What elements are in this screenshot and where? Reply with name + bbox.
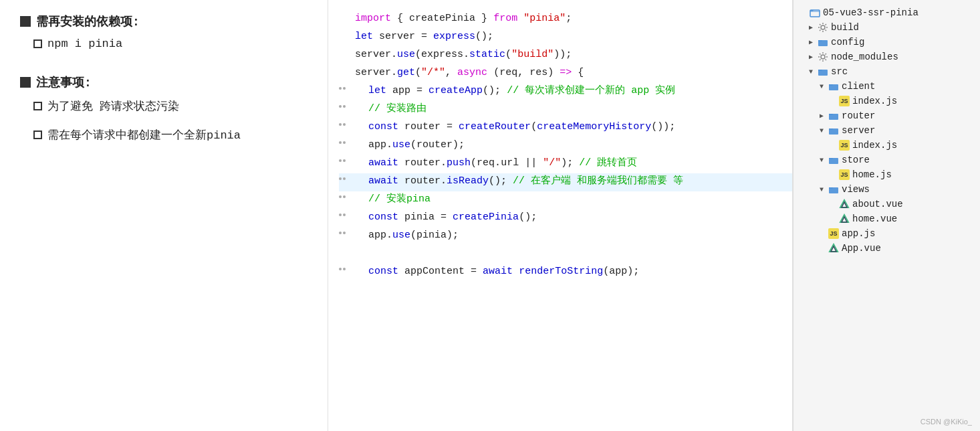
tree-label-about-vue: about.vue: [852, 199, 903, 209]
checkbox-icon-3: [33, 131, 42, 139]
vue-icon-home: [839, 213, 850, 224]
folder-icon-client: [828, 81, 839, 92]
dependency-item-1: npm i pinia: [33, 37, 314, 50]
left-panel: 需再安装的依赖项: npm i pinia 注意事项: 为了避免 跨请求状态污染…: [0, 0, 328, 431]
chevron-icon: [799, 9, 807, 17]
folder-icon-src: [818, 66, 828, 77]
tree-item-node-modules[interactable]: ▶ node_modules: [793, 50, 980, 64]
tree-label-store-home: home.js: [852, 169, 892, 180]
tree-item-client[interactable]: ▼ client: [793, 79, 980, 94]
tree-item-app-js[interactable]: ▶ JS app.js: [793, 226, 980, 241]
tree-label-home-vue: home.vue: [852, 213, 897, 224]
code-block: import { createPinia } from "pinia"; let…: [328, 11, 792, 282]
chevron-right-icon-2: ▶: [807, 38, 815, 46]
svg-point-3: [821, 55, 825, 59]
code-line-15: const appContent = await renderToString(…: [339, 264, 792, 282]
tree-label-client-index: index.js: [852, 96, 897, 106]
code-line-7: const router = createRouter(createMemory…: [339, 119, 792, 137]
tree-item-store[interactable]: ▼ store: [793, 153, 980, 167]
tree-label-server: server: [842, 125, 875, 136]
tree-label-views: views: [842, 184, 870, 195]
tree-item-store-home[interactable]: ▶ JS home.js: [793, 167, 980, 182]
folder-icon-router: [828, 110, 839, 121]
folder-icon-server: [828, 125, 839, 136]
folder-icon: [810, 7, 820, 18]
chevron-down-icon-store: ▼: [818, 156, 826, 164]
chevron-down-icon-server: ▼: [818, 126, 826, 135]
code-line-empty: [339, 246, 792, 264]
section1-title: 需再安装的依赖项:: [20, 13, 314, 29]
tree-item-src[interactable]: ▼ src: [793, 64, 980, 79]
note-item-1: 为了避免 跨请求状态污染: [33, 98, 314, 114]
chevron-right-icon: ▶: [807, 23, 815, 31]
note-item-2: 需在每个请求中都创建一个全新pinia: [33, 127, 314, 143]
code-line-8: app.use(router);: [339, 137, 792, 155]
code-line-10: await router.isReady(); // 在客户端 和服务端我们都需…: [339, 173, 792, 191]
tree-label-app-vue: App.vue: [842, 243, 881, 254]
checkbox-icon: [33, 39, 42, 48]
folder-icon-config: [818, 37, 828, 48]
tree-item-about-vue[interactable]: ▶ about.vue: [793, 197, 980, 211]
section2-title: 注意事项:: [20, 74, 314, 90]
code-line-4: server.get("/*", async (req, res) => {: [339, 65, 792, 83]
code-line-1: import { createPinia } from "pinia";: [339, 11, 792, 29]
tree-item-build[interactable]: ▶ build: [793, 20, 980, 35]
svg-point-1: [821, 25, 825, 29]
js-icon-app: JS: [828, 228, 839, 239]
tree-label-router: router: [842, 110, 875, 121]
tree-item-app-vue[interactable]: ▶ App.vue: [793, 241, 980, 256]
tree-label-config: config: [831, 37, 864, 48]
tree-label-store: store: [842, 155, 870, 165]
tree-label-server-index: index.js: [852, 140, 897, 151]
bullet-icon: [20, 16, 31, 27]
chevron-right-icon-router: ▶: [818, 112, 826, 120]
watermark: CSDN @KiKio_: [921, 418, 972, 426]
tree-item-server-index[interactable]: ▶ JS index.js: [793, 138, 980, 153]
js-icon-3: JS: [839, 169, 850, 180]
gear-icon-build: [818, 22, 828, 33]
tree-item-client-index[interactable]: ▶ JS index.js: [793, 94, 980, 108]
code-line-9: await router.push(req.url || "/"); // 跳转…: [339, 155, 792, 173]
chevron-down-icon-client: ▼: [818, 82, 826, 90]
tree-label-src: src: [831, 66, 848, 77]
code-line-3: server.use(express.static("build"));: [339, 47, 792, 65]
js-icon-1: JS: [839, 96, 850, 106]
chevron-down-icon-views: ▼: [818, 185, 826, 193]
tree-item-root[interactable]: 05-vue3-ssr-pinia: [793, 5, 980, 20]
code-panel: import { createPinia } from "pinia"; let…: [328, 0, 793, 431]
code-line-11: // 安装pina: [339, 191, 792, 209]
tree-item-home-vue[interactable]: ▶ home.vue: [793, 211, 980, 226]
js-icon-2: JS: [839, 140, 850, 151]
tree-label-node-modules: node_modules: [831, 52, 898, 62]
vue-icon-app: [828, 243, 839, 254]
checkbox-icon-2: [33, 102, 42, 110]
bullet-icon-2: [20, 77, 31, 88]
tree-label-app-js: app.js: [842, 228, 875, 239]
code-line-12: const pinia = createPinia();: [339, 209, 792, 228]
code-line-13: app.use(pinia);: [339, 228, 792, 246]
code-line-6: // 安装路由: [339, 101, 792, 119]
tree-item-server[interactable]: ▼ server: [793, 123, 980, 138]
tree-label-build: build: [831, 22, 859, 33]
chevron-down-icon-src: ▼: [807, 68, 815, 76]
code-line-5: let app = createApp(); // 每次请求创建一个新的 app…: [339, 83, 792, 101]
tree-label: 05-vue3-ssr-pinia: [823, 7, 918, 18]
chevron-right-icon-3: ▶: [807, 53, 815, 61]
folder-icon-store: [828, 155, 839, 165]
tree-item-router[interactable]: ▶ router: [793, 108, 980, 123]
file-tree-panel: 05-vue3-ssr-pinia ▶ build ▶ config ▶ n: [793, 0, 980, 431]
tree-label-client: client: [842, 81, 875, 92]
folder-icon-views: [828, 184, 839, 195]
code-line-2: let server = express();: [339, 29, 792, 47]
vue-icon-about: [839, 199, 850, 209]
tree-item-config[interactable]: ▶ config: [793, 35, 980, 50]
gear-icon-node-modules: [818, 52, 828, 62]
tree-item-views[interactable]: ▼ views: [793, 182, 980, 197]
